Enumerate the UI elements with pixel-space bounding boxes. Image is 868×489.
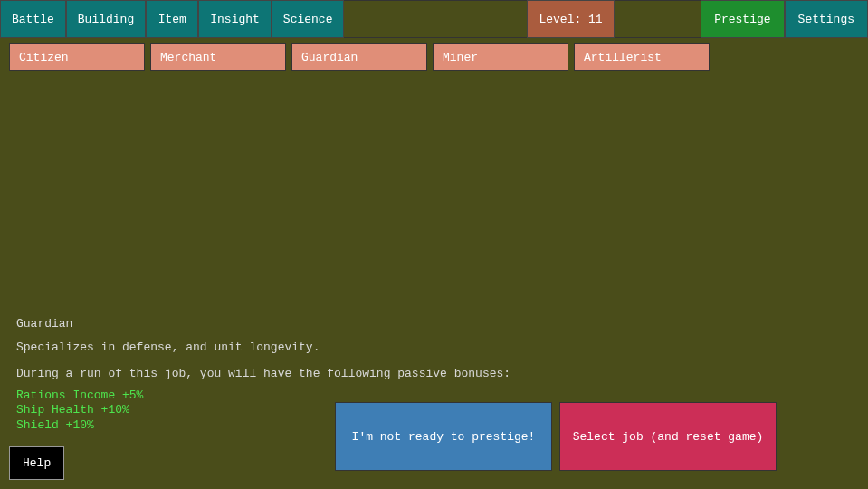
level-indicator: Level: 11 [527, 0, 614, 38]
not-ready-button[interactable]: I'm not ready to prestige! [335, 402, 552, 471]
bonus-line: Rations Income +5% [16, 388, 510, 404]
top-spacer-2 [615, 0, 701, 38]
tab-item[interactable]: Item [146, 0, 198, 38]
top-spacer [344, 0, 527, 38]
help-button[interactable]: Help [9, 446, 64, 480]
job-title: Guardian [16, 315, 510, 333]
tab-science[interactable]: Science [272, 0, 345, 38]
job-artillerist[interactable]: Artillerist [574, 43, 710, 71]
job-citizen[interactable]: Citizen [9, 43, 145, 71]
job-miner[interactable]: Miner [433, 43, 568, 71]
tab-insight[interactable]: Insight [198, 0, 272, 38]
tab-building[interactable]: Building [66, 0, 146, 38]
bonus-intro: During a run of this job, you will have … [16, 365, 510, 383]
job-spec: Specializes in defense, and unit longevi… [16, 339, 510, 357]
job-merchant[interactable]: Merchant [150, 43, 286, 71]
job-row: Citizen Merchant Guardian Miner Artiller… [0, 38, 868, 76]
tab-battle[interactable]: Battle [0, 0, 66, 38]
settings-button[interactable]: Settings [785, 0, 868, 38]
select-job-button[interactable]: Select job (and reset game) [559, 402, 777, 471]
prestige-button[interactable]: Prestige [701, 0, 784, 38]
bottom-buttons: I'm not ready to prestige! Select job (a… [335, 402, 777, 471]
job-guardian[interactable]: Guardian [291, 43, 427, 71]
